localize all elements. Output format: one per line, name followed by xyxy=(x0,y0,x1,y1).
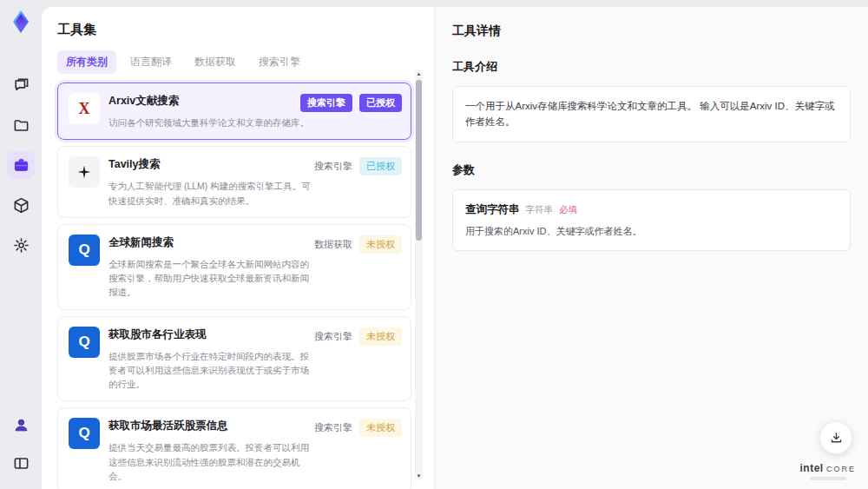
blue-q-logo-icon: Q xyxy=(69,235,100,266)
param-name: 查询字符串 xyxy=(465,202,520,217)
brand-decoration-bar xyxy=(810,477,846,480)
tool-card-tavily[interactable]: Tavily搜索 搜索引擎 已授权 专为人工智能代理 (LLM) 构建的搜索引擎… xyxy=(57,146,411,218)
param-card: 查询字符串 字符串 必填 用于搜索的Arxiv ID、关键字或作者姓名。 xyxy=(452,189,851,251)
tool-card-global-news[interactable]: Q 全球新闻搜索 数据获取 未授权 全球新闻搜索是一个聚合全球各大新闻网站内容的… xyxy=(57,224,411,310)
scroll-down-icon[interactable]: ▼ xyxy=(417,472,422,480)
rail-nav xyxy=(7,71,35,259)
arxiv-logo-icon: X xyxy=(69,93,100,124)
tool-name: Arxiv文献搜索 xyxy=(108,93,179,109)
intro-heading: 工具介绍 xyxy=(452,59,851,75)
auth-status-badge: 未授权 xyxy=(359,419,402,437)
download-icon xyxy=(829,431,844,446)
tab-search-engine[interactable]: 搜索引擎 xyxy=(250,50,309,74)
param-description: 用于搜索的Arxiv ID、关键字或作者姓名。 xyxy=(465,225,838,238)
list-scrollbar[interactable]: ▲ ▼ xyxy=(415,69,423,480)
category-tabs: 所有类别 语言翻译 数据获取 搜索引擎 xyxy=(57,50,413,74)
tool-description: 全球新闻搜索是一个聚合全球各大新闻网站内容的搜索引擎，帮助用户快速获取全球最新资… xyxy=(108,257,315,300)
tool-detail-panel: 工具详情 工具介绍 一个用于从Arxiv存储库搜索科学论文和文章的工具。 输入可… xyxy=(434,7,868,489)
tool-description: 访问各个研究领域大量科学论文和文章的存储库。 xyxy=(108,116,315,129)
param-required-flag: 必填 xyxy=(559,204,577,216)
category-label: 搜索引擎 xyxy=(314,160,352,173)
app-logo-gem-icon xyxy=(8,9,34,35)
core-brand-text: CORE xyxy=(826,465,856,473)
tab-all-categories[interactable]: 所有类别 xyxy=(57,50,116,74)
intel-core-logo: intel CORE xyxy=(799,462,856,480)
auth-status-badge: 未授权 xyxy=(359,235,402,254)
category-label: 搜索引擎 xyxy=(314,330,352,343)
tool-intro-text: 一个用于从Arxiv存储库搜索科学论文和文章的工具。 输入可以是Arxiv ID… xyxy=(452,86,851,142)
left-rail xyxy=(0,0,42,489)
tool-description: 专为人工智能代理 (LLM) 构建的搜索引擎工具。可快速提供实时、准确和真实的结… xyxy=(108,179,315,208)
scroll-up-icon[interactable]: ▲ xyxy=(417,69,422,78)
category-label: 数据获取 xyxy=(314,238,352,251)
main-surface: 工具集 所有类别 语言翻译 数据获取 搜索引擎 X Arxiv文献搜索 xyxy=(42,7,868,489)
briefcase-icon[interactable] xyxy=(7,151,35,179)
auth-status-badge: 已授权 xyxy=(359,157,402,175)
tab-data-acquisition[interactable]: 数据获取 xyxy=(186,50,245,74)
tool-list: X Arxiv文献搜索 搜索引擎 已授权 访问各个研究领域大量科学论文和文章的存… xyxy=(57,83,411,489)
tab-language-translation[interactable]: 语言翻译 xyxy=(122,50,181,74)
panel-icon[interactable] xyxy=(7,449,35,477)
tavily-star-logo-icon xyxy=(69,156,100,188)
category-badge: 搜索引擎 xyxy=(300,94,352,112)
toolset-panel: 工具集 所有类别 语言翻译 数据获取 搜索引擎 X Arxiv文献搜索 xyxy=(42,7,434,489)
tool-card-most-active-stocks[interactable]: Q 获取市场最活跃股票信息 搜索引擎 未授权 提供当天交易量最高的股票列表。投资… xyxy=(57,407,411,489)
params-heading: 参数 xyxy=(452,162,851,178)
download-button[interactable] xyxy=(819,421,852,454)
tool-description: 提供当天交易量最高的股票列表。投资者可以利用这些信息来识别流动性强的股票和潜在的… xyxy=(108,440,315,483)
cube-icon[interactable] xyxy=(7,191,35,219)
tool-name: 获取市场最活跃股票信息 xyxy=(108,418,228,433)
tool-card-sector-performance[interactable]: Q 获取股市各行业表现 搜索引擎 未授权 提供股票市场各个行业在特定时间段内的表… xyxy=(57,316,411,402)
rail-bottom xyxy=(7,411,35,477)
page-title: 工具集 xyxy=(57,22,413,38)
category-label: 搜索引擎 xyxy=(314,421,352,434)
param-type: 字符串 xyxy=(526,204,554,216)
gear-icon[interactable] xyxy=(7,231,35,259)
detail-title: 工具详情 xyxy=(452,23,851,39)
blue-q-logo-icon: Q xyxy=(69,327,100,358)
tool-name: 全球新闻搜索 xyxy=(108,235,174,250)
scrollbar-thumb[interactable] xyxy=(416,80,422,241)
auth-status-badge: 已授权 xyxy=(359,94,402,112)
folder-icon[interactable] xyxy=(7,111,35,139)
user-icon[interactable] xyxy=(7,411,35,439)
tool-card-arxiv[interactable]: X Arxiv文献搜索 搜索引擎 已授权 访问各个研究领域大量科学论文和文章的存… xyxy=(57,83,411,140)
app-window: 工具集 所有类别 语言翻译 数据获取 搜索引擎 X Arxiv文献搜索 xyxy=(0,0,868,489)
tool-name: Tavily搜索 xyxy=(108,156,161,172)
intel-brand-text: intel xyxy=(799,462,823,474)
chat-icon[interactable] xyxy=(7,71,35,99)
blue-q-logo-icon: Q xyxy=(69,418,100,449)
tool-description: 提供股票市场各个行业在特定时间段内的表现。投资者可以利用这些信息来识别表现优于或… xyxy=(108,349,315,392)
tool-name: 获取股市各行业表现 xyxy=(108,327,207,342)
auth-status-badge: 未授权 xyxy=(359,327,402,346)
